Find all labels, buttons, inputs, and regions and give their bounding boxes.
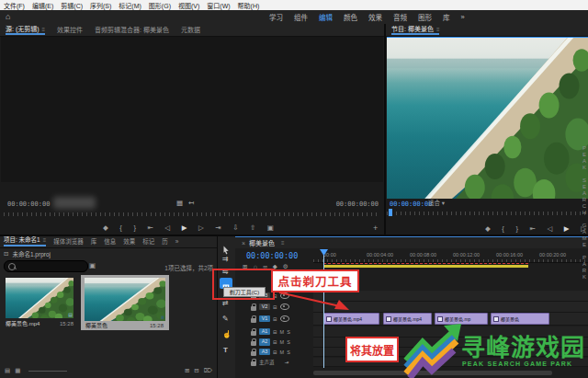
lock-icon[interactable]: [251, 341, 256, 346]
tab-program-monitor[interactable]: 节目: 椰美景色≡: [391, 26, 439, 35]
source-settings-icon[interactable]: ▦: [176, 200, 183, 207]
icon-view-icon[interactable]: ▦: [15, 368, 20, 374]
step-forward-icon[interactable]: ▷: [198, 224, 204, 232]
insert-icon[interactable]: ⇩: [232, 224, 238, 232]
workspace-tab-color[interactable]: 颜色: [339, 12, 362, 22]
track-select-tool[interactable]: ⇉: [222, 256, 229, 263]
menu-help[interactable]: 帮助(H): [238, 1, 260, 10]
search-input[interactable]: [4, 260, 88, 272]
tab-libraries[interactable]: 库: [91, 239, 97, 246]
tab-metadata[interactable]: 元数据: [181, 27, 200, 33]
go-to-in-icon[interactable]: ⇤: [530, 225, 536, 233]
type-tool[interactable]: T: [223, 347, 228, 354]
program-scrubber[interactable]: [387, 212, 588, 215]
zoom-slider[interactable]: [28, 371, 67, 372]
menu-view[interactable]: 视图(V): [178, 1, 199, 10]
workspace-tab-assembly[interactable]: 组件: [289, 12, 312, 22]
breadcrumb[interactable]: ⊡ 未命名1.prproj: [4, 249, 51, 258]
solo-button[interactable]: S: [287, 329, 290, 335]
sync-lock-icon[interactable]: ⊟: [273, 349, 277, 355]
new-item-icon[interactable]: ⊟: [194, 368, 198, 374]
tab-media-browser[interactable]: 媒体浏览器: [53, 239, 84, 246]
workspace-tab-editing[interactable]: 编辑: [314, 12, 337, 22]
lock-icon[interactable]: [251, 331, 256, 336]
track-header-a3[interactable]: A3 ⊟ M S: [246, 348, 317, 356]
menu-file[interactable]: 文件(F): [4, 1, 25, 10]
menu-clip[interactable]: 剪辑(C): [61, 1, 83, 10]
track-badge[interactable]: A3: [259, 349, 270, 356]
track-header-a2[interactable]: A2 ⊟ M S: [246, 338, 317, 347]
mark-out-icon[interactable]: }: [133, 224, 136, 232]
track-header-a1[interactable]: A1 ⊟ M S: [246, 326, 317, 337]
panel-menu-icon[interactable]: ≡: [43, 237, 47, 243]
mark-in-icon[interactable]: {: [502, 225, 504, 233]
sync-lock-icon[interactable]: ⊟: [273, 316, 277, 322]
lock-icon[interactable]: [251, 361, 256, 366]
solo-button[interactable]: S: [287, 339, 290, 345]
tab-source-monitor[interactable]: 源: (无剪辑)≡: [6, 26, 45, 35]
program-video-frame[interactable]: [387, 37, 588, 199]
workspace-tabs-overflow[interactable]: »: [457, 13, 469, 21]
go-to-out-icon[interactable]: ⇥: [215, 224, 220, 232]
work-area-bar[interactable]: [323, 265, 528, 268]
workspace-tab-libraries[interactable]: 库: [438, 12, 455, 22]
project-item-sequence[interactable]: ≣: [85, 278, 165, 321]
tab-info[interactable]: 信息: [104, 239, 116, 246]
tab-effect-controls[interactable]: 效果控件: [57, 27, 83, 33]
lock-icon[interactable]: [251, 306, 256, 311]
menu-edit[interactable]: 编辑(E): [32, 1, 53, 10]
menu-marker[interactable]: 标记(M): [119, 1, 141, 10]
step-back-icon[interactable]: ◁: [164, 224, 170, 232]
track-badge[interactable]: A1: [259, 328, 270, 336]
solo-button[interactable]: S: [287, 349, 290, 355]
eye-icon[interactable]: [280, 315, 289, 322]
source-insert-format-icon[interactable]: ↤: [188, 200, 194, 207]
mute-button[interactable]: M: [280, 349, 285, 355]
playhead-head[interactable]: [320, 249, 328, 256]
tab-audio-clip-mixer[interactable]: 音频剪辑混合器: 椰美景色: [95, 27, 169, 33]
tab-markers[interactable]: 标记: [142, 239, 154, 246]
workspace-tab-graphics[interactable]: 图形: [413, 12, 436, 22]
play-icon[interactable]: ▶: [564, 225, 570, 233]
workspace-tab-audio[interactable]: 音频: [389, 12, 412, 22]
overwrite-icon[interactable]: ⇧: [250, 224, 255, 232]
list-view-icon[interactable]: ▤: [5, 368, 10, 374]
tab-project[interactable]: 项目: 未命名1≡: [4, 237, 46, 246]
button-editor-icon[interactable]: +: [373, 224, 378, 233]
add-marker-icon[interactable]: ◆: [485, 225, 491, 233]
delete-icon[interactable]: ⌦: [204, 368, 212, 374]
sync-lock-icon[interactable]: ⊟: [273, 329, 277, 335]
source-scrubber[interactable]: [4, 212, 380, 216]
play-icon[interactable]: ▶: [182, 224, 187, 232]
filter-bin-icon[interactable]: ▣: [89, 262, 96, 269]
mute-button[interactable]: M: [280, 339, 285, 345]
timeline-timecode[interactable]: 00:00:00:00: [246, 251, 298, 260]
tab-effects[interactable]: 效果: [123, 239, 135, 246]
step-back-icon[interactable]: ◁: [547, 225, 552, 233]
mark-in-icon[interactable]: {: [119, 224, 122, 232]
panel-menu-icon[interactable]: ≡: [436, 27, 440, 32]
menu-sequence[interactable]: 序列(S): [90, 1, 111, 10]
lock-icon[interactable]: [251, 351, 256, 356]
workspace-tab-effects[interactable]: 效果: [364, 12, 387, 22]
program-playhead[interactable]: [389, 209, 392, 216]
go-to-in-icon[interactable]: ⇤: [147, 224, 153, 232]
zoom-level-select[interactable]: 适合 ▾: [428, 200, 445, 207]
tabs-overflow[interactable]: »: [175, 239, 179, 246]
sync-lock-icon[interactable]: ⊟: [273, 339, 277, 345]
panel-menu-icon[interactable]: ≡: [42, 27, 46, 32]
new-bin-icon[interactable]: ⊞: [185, 368, 189, 374]
project-item-clip[interactable]: ▤: [6, 278, 74, 318]
end-icon[interactable]: ⇥: [285, 360, 289, 365]
tab-history[interactable]: 历: [162, 239, 168, 246]
panel-menu-icon[interactable]: ≡: [281, 240, 285, 246]
mute-button[interactable]: M: [280, 329, 285, 335]
hand-tool[interactable]: ☝: [222, 331, 232, 338]
add-marker-icon[interactable]: ◆: [103, 224, 108, 232]
timeline-ruler[interactable]: 00:00 00:00:04:00 00:00:08:00 00:00:12:0…: [313, 250, 588, 263]
lock-icon[interactable]: [251, 318, 256, 323]
timeline-tab[interactable]: × 椰美景色 ≡: [235, 237, 588, 248]
slip-tool[interactable]: ⇄: [222, 300, 229, 307]
timeline-clip-4[interactable]: 椰美景色: [491, 313, 549, 325]
track-header-master[interactable]: 主声道 ⇥: [246, 358, 317, 366]
